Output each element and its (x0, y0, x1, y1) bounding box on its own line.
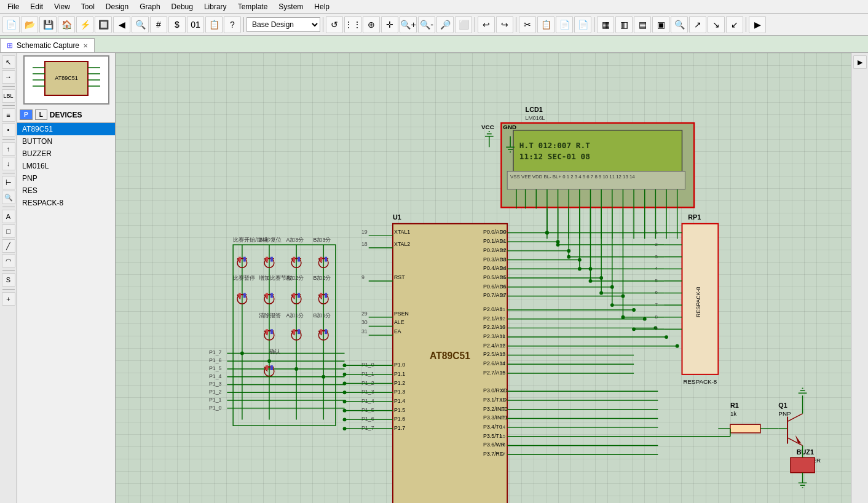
menu-file[interactable]: File (2, 1, 24, 12)
tb-block3[interactable]: ▤ (634, 16, 651, 33)
lt-label[interactable]: LBL (2, 89, 15, 103)
tb-block4[interactable]: ▣ (652, 16, 669, 33)
tab-close[interactable]: ✕ (83, 42, 88, 49)
lt-bus[interactable]: ≡ (2, 108, 15, 122)
svg-text:P1.5: P1.5 (394, 407, 405, 413)
q1-name: Q1 (778, 402, 787, 409)
rst-label: RST (394, 274, 405, 280)
tb-dots-grid[interactable]: ⋮⋮ (344, 16, 361, 33)
device-list: AT89C51 BUTTON BUZZER LM016L PNP RES RES… (17, 123, 115, 503)
tb-chip[interactable]: 🔲 (95, 16, 112, 33)
device-respack8[interactable]: RESPACK-8 (17, 197, 115, 209)
tb-prop2[interactable]: ↘ (708, 16, 725, 33)
rt-btn1[interactable]: ▶ (853, 55, 867, 69)
tb-zoom-area[interactable]: 🔎 (436, 16, 454, 33)
lt-text[interactable]: A (2, 210, 15, 223)
lt-box[interactable]: □ (2, 224, 15, 238)
lt-arc[interactable]: ◠ (2, 254, 15, 267)
svg-point-182 (621, 315, 625, 319)
tb-zoom-full[interactable]: ⬜ (455, 16, 472, 33)
device-button[interactable]: BUTTON (17, 135, 115, 148)
lt-junction[interactable]: • (2, 123, 15, 137)
tb-paste2[interactable]: 📄 (574, 16, 591, 33)
tb-crosshair[interactable]: ⊕ (363, 16, 380, 33)
menu-graph[interactable]: Graph (135, 1, 165, 12)
tb-block1[interactable]: ▦ (597, 16, 614, 33)
lt-sep5 (2, 207, 15, 207)
tb-dollar[interactable]: $ (168, 16, 186, 33)
svg-text:P1_4: P1_4 (361, 398, 374, 404)
tb-page[interactable]: 📋 (205, 16, 223, 33)
device-pnp[interactable]: PNP (17, 172, 115, 184)
tab-label: Schematic Capture (17, 41, 79, 50)
lt-marker[interactable]: S (2, 273, 15, 287)
tb-zoom-in[interactable]: 🔍+ (400, 16, 417, 33)
tb-refresh[interactable]: ↺ (326, 16, 343, 33)
lcd-line1: H.T 012:007 R.T (519, 141, 590, 150)
menu-template[interactable]: Template (233, 1, 273, 12)
p12-label: P1_2 (209, 389, 222, 395)
svg-text:34: 34 (500, 275, 505, 280)
lt-gnd[interactable]: ↓ (2, 157, 15, 170)
sep6 (746, 17, 746, 32)
device-buzzer[interactable]: BUZZER (17, 148, 115, 160)
tb-help[interactable]: ? (224, 16, 241, 33)
lt-vcc[interactable]: ↑ (2, 142, 15, 156)
tb-cut[interactable]: ✂ (519, 16, 536, 33)
tb-new[interactable]: 📄 (2, 16, 20, 33)
menu-debug[interactable]: Debug (167, 1, 198, 12)
lt-probe[interactable]: 🔍 (2, 191, 15, 204)
menu-tool[interactable]: Tool (76, 1, 100, 12)
menu-help[interactable]: Help (309, 1, 334, 12)
design-dropdown[interactable]: Base Design (247, 17, 320, 32)
menu-design[interactable]: Design (101, 1, 133, 12)
device-at89c51[interactable]: AT89C51 (17, 123, 115, 135)
xtal1-label: XTAL1 (394, 229, 410, 235)
pin30: 30 (361, 319, 368, 325)
lt-port[interactable]: ⊢ (2, 176, 15, 189)
menu-system[interactable]: System (274, 1, 308, 12)
tb-zoom-out[interactable]: 🔍- (418, 16, 435, 33)
p16-label: P1_6 (209, 357, 222, 363)
tb-redo[interactable]: ↪ (496, 16, 513, 33)
svg-text:P1_2: P1_2 (361, 380, 374, 386)
lt-pointer[interactable]: ↖ (2, 55, 15, 69)
svg-rect-262 (293, 329, 295, 334)
mode-p-btn[interactable]: P (20, 109, 33, 120)
tb-copy[interactable]: 📋 (537, 16, 554, 33)
device-lm016l[interactable]: LM016L (17, 160, 115, 172)
tb-paste1[interactable]: 📄 (556, 16, 573, 33)
tb-component[interactable]: ⚡ (76, 16, 93, 33)
tb-magnify[interactable]: 🔍 (671, 16, 688, 33)
menu-library[interactable]: Library (199, 1, 232, 12)
tb-prop3[interactable]: ↙ (726, 16, 743, 33)
svg-text:P3.5/T1: P3.5/T1 (483, 433, 502, 439)
mode-l-btn[interactable]: L (35, 109, 47, 120)
device-res[interactable]: RES (17, 184, 115, 197)
tb-run[interactable]: ▶ (749, 16, 766, 33)
lt-line[interactable]: ╱ (2, 239, 15, 253)
tb-home[interactable]: 🏠 (58, 16, 75, 33)
btn-col2-label: 24秒复位 (259, 237, 282, 243)
pin31: 31 (361, 328, 368, 335)
tb-zoom-fit[interactable]: 🔍 (132, 16, 149, 33)
tab-schematic[interactable]: ⊞ Schematic Capture ✕ (0, 38, 95, 52)
menu-edit[interactable]: Edit (25, 1, 48, 12)
tb-open[interactable]: 📂 (21, 16, 38, 33)
lt-wire[interactable]: → (2, 70, 15, 84)
canvas-area[interactable]: LCD1 LM016L H.T 012:007 R.T 11:12 SEC-01… (116, 53, 851, 503)
tb-save[interactable]: 💾 (39, 16, 57, 33)
svg-text:16: 16 (500, 442, 505, 448)
lt-origin[interactable]: + (2, 292, 15, 306)
tb-block2[interactable]: ▥ (615, 16, 633, 33)
tb-undo[interactable]: ↩ (478, 16, 495, 33)
tb-grid[interactable]: # (150, 16, 167, 33)
menu-view[interactable]: View (49, 1, 75, 12)
tb-back[interactable]: ◀ (113, 16, 130, 33)
tb-prop1[interactable]: ↗ (689, 16, 706, 33)
lcd-line2: 11:12 SEC-01 08 (519, 152, 590, 161)
tb-move[interactable]: ✛ (381, 16, 398, 33)
svg-text:P1.3: P1.3 (394, 389, 405, 395)
tb-binary[interactable]: 01 (187, 16, 204, 33)
rp1-name: RP1 (688, 213, 701, 221)
